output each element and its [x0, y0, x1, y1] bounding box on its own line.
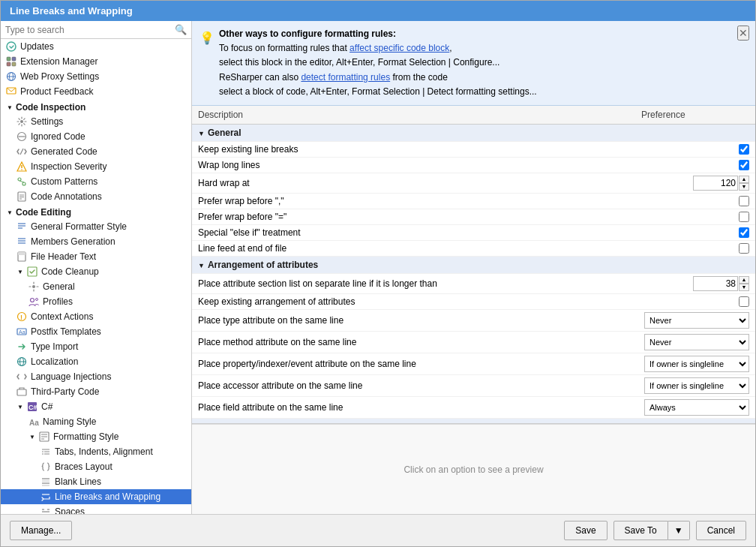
prefer-wrap-equals-checkbox[interactable]	[739, 212, 749, 222]
naming-style-icon: Aa	[28, 416, 40, 428]
svg-point-15	[21, 169, 22, 170]
sidebar-item-members-generation[interactable]: Members Generation	[1, 234, 191, 249]
preview-area: Click on an option to see a preview	[192, 424, 755, 514]
group-arrangement-attrs: ▼Arrangement of attributes	[192, 256, 755, 273]
field-attr-same-line-select[interactable]: Never Always If owner is singleline	[644, 399, 749, 416]
sidebar-item-braces-layout[interactable]: Braces Layout	[1, 459, 191, 474]
preview-text: Click on an option to see a preview	[404, 464, 543, 475]
settings-table-container: Description Preference ▼General Keep exi…	[192, 106, 755, 424]
save-to-dropdown-button[interactable]: ▼	[668, 521, 690, 540]
sidebar-item-code-inspection[interactable]: ▼ Code Inspection	[1, 101, 191, 114]
banner-line-bold: Other ways to configure formatting rules…	[219, 27, 748, 41]
sidebar-label-line-breaks: Line Breaks and Wrapping	[55, 491, 160, 502]
sidebar-item-product-feedback[interactable]: Product Feedback	[1, 84, 191, 99]
sidebar-label-context-actions: Context Actions	[31, 311, 93, 322]
type-attr-same-line-select[interactable]: Never Always If owner is singleline	[644, 312, 749, 329]
search-box-container: 🔍	[1, 21, 191, 39]
sidebar-item-general-formatter[interactable]: General Formatter Style	[1, 219, 191, 234]
sidebar-item-updates[interactable]: Updates	[1, 39, 191, 54]
sidebar-label-csharp: C#	[41, 401, 52, 412]
sidebar-label-language-injections: Language Injections	[31, 371, 111, 382]
web-proxy-icon	[5, 71, 17, 83]
sidebar-item-file-header[interactable]: File Header Text	[1, 249, 191, 264]
right-buttons: Save Save To ▼ Cancel	[564, 521, 746, 540]
property-attr-same-line-select[interactable]: Never Always If owner is singleline	[644, 356, 749, 372]
sidebar-item-extension-manager[interactable]: Extension Manager	[1, 54, 191, 69]
manage-button[interactable]: Manage...	[10, 521, 72, 540]
sidebar-label-ci-settings: Settings	[31, 116, 63, 127]
table-row: Place property/indexer/event attribute o…	[192, 353, 755, 374]
sidebar-item-context-actions[interactable]: ! Context Actions	[1, 309, 191, 324]
sidebar-item-naming-style[interactable]: Aa Naming Style	[1, 414, 191, 429]
sidebar-item-generated-code[interactable]: Generated Code	[1, 144, 191, 159]
keep-existing-attrs-checkbox[interactable]	[739, 296, 749, 307]
settings-area: Description Preference ▼General Keep exi…	[192, 106, 755, 514]
sidebar-label-general-formatter: General Formatter Style	[31, 221, 127, 232]
bulb-icon: 💡	[200, 29, 214, 48]
method-attr-same-line-select[interactable]: Never Always If owner is singleline	[644, 334, 749, 350]
sidebar-label-localization: Localization	[31, 356, 78, 367]
sidebar-item-csharp[interactable]: ▼ C# C#	[1, 399, 191, 414]
sidebar-item-type-import[interactable]: Type Import	[1, 339, 191, 354]
svg-line-12	[20, 149, 23, 155]
sidebar-item-formatting-style[interactable]: ▼ Formatting Style	[1, 429, 191, 444]
sidebar-item-third-party-code[interactable]: Third-Party Code	[1, 384, 191, 399]
sidebar-item-postfix-templates[interactable]: Aa Postfix Templates	[1, 324, 191, 339]
right-panel: 💡 ✕ Other ways to configure formatting r…	[192, 21, 755, 514]
hard-wrap-up[interactable]: ▲	[739, 176, 749, 183]
svg-rect-42	[17, 389, 26, 395]
sidebar-item-language-injections[interactable]: Language Injections	[1, 369, 191, 384]
sidebar-item-tabs-indents[interactable]: Tabs, Indents, Alignment	[1, 444, 191, 459]
attr-length-down[interactable]: ▼	[739, 284, 749, 291]
svg-rect-3	[7, 62, 10, 66]
sidebar-item-inspection-severity[interactable]: Inspection Severity	[1, 159, 191, 174]
attr-length-up[interactable]: ▲	[739, 276, 749, 284]
sidebar-item-localization[interactable]: Localization	[1, 354, 191, 369]
accessor-attr-same-line-select[interactable]: Never Always If owner is singleline	[644, 377, 749, 394]
sidebar-item-ci-settings[interactable]: Settings	[1, 114, 191, 129]
sidebar-item-ignored-code[interactable]: Ignored Code	[1, 129, 191, 144]
sidebar-item-code-cleanup[interactable]: ▼ Code Cleanup	[1, 264, 191, 279]
hard-wrap-down[interactable]: ▼	[739, 183, 749, 191]
sidebar-item-code-annotations[interactable]: Code Annotations	[1, 189, 191, 204]
sidebar-label-postfix-templates: Postfix Templates	[31, 326, 101, 337]
sidebar-label-tabs-indents: Tabs, Indents, Alignment	[55, 446, 153, 457]
sidebar-item-line-breaks[interactable]: Line Breaks and Wrapping	[1, 489, 191, 504]
svg-point-34	[36, 299, 38, 301]
else-if-treatment-checkbox[interactable]	[739, 227, 749, 238]
line-feed-eof-checkbox[interactable]	[739, 243, 749, 254]
search-input[interactable]	[5, 25, 172, 35]
settings-table: Description Preference ▼General Keep exi…	[192, 106, 755, 424]
affect-code-block-link[interactable]: affect specific code block	[350, 43, 449, 53]
file-header-icon	[16, 251, 28, 263]
cancel-button[interactable]: Cancel	[696, 521, 746, 540]
main-dialog: Line Breaks and Wrapping 🔍 Updates	[0, 0, 756, 547]
sidebar-item-custom-patterns[interactable]: Custom Patterns	[1, 174, 191, 189]
sidebar-item-profiles[interactable]: Profiles	[1, 294, 191, 309]
save-button[interactable]: Save	[564, 521, 607, 540]
table-row: Hard wrap at ▲ ▼	[192, 173, 755, 193]
prefer-wrap-comma-checkbox[interactable]	[739, 196, 749, 206]
sidebar-label-formatting-style: Formatting Style	[53, 431, 118, 442]
sidebar-item-web-proxy[interactable]: Web Proxy Settings	[1, 69, 191, 84]
updates-icon	[5, 41, 17, 53]
keep-line-breaks-checkbox[interactable]	[739, 144, 749, 155]
save-to-button[interactable]: Save To	[614, 521, 668, 540]
attr-section-length-input[interactable]	[693, 276, 738, 291]
sidebar-item-cc-general[interactable]: General	[1, 279, 191, 294]
hard-wrap-input[interactable]	[693, 176, 738, 191]
code-annotations-icon	[16, 191, 28, 203]
svg-rect-1	[7, 57, 10, 61]
sidebar-label-spaces: Spaces	[55, 506, 85, 514]
ignored-code-icon	[16, 131, 28, 143]
sidebar-item-blank-lines[interactable]: Blank Lines	[1, 474, 191, 489]
formatting-style-arrow: ▼	[28, 432, 37, 441]
wrap-long-lines-checkbox[interactable]	[739, 160, 749, 170]
sidebar-item-code-editing[interactable]: ▼ Code Editing	[1, 206, 191, 219]
sidebar-label-inspection-severity: Inspection Severity	[31, 161, 106, 172]
sidebar-item-spaces[interactable]: Spaces	[1, 504, 191, 514]
close-banner-button[interactable]: ✕	[737, 26, 749, 41]
detect-formatting-link[interactable]: detect formatting rules	[301, 72, 390, 83]
svg-rect-4	[12, 62, 16, 66]
tree-container: Updates Extension Manager Web Proxy Sett…	[1, 39, 191, 514]
